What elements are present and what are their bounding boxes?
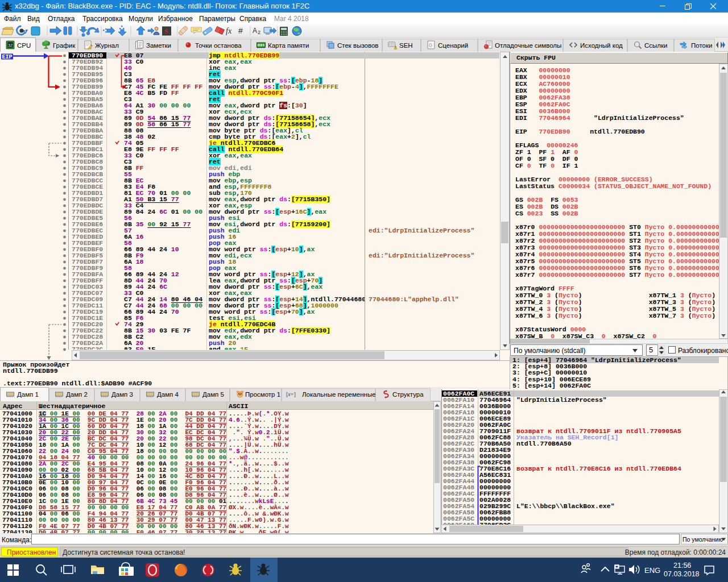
- svg-text:A: A: [253, 27, 257, 35]
- svg-text:〈〉: 〈〉: [429, 43, 432, 48]
- svg-text:#: #: [238, 26, 243, 35]
- svg-text:ENG: ENG: [644, 566, 660, 575]
- svg-text:EIP: EIP: [2, 54, 13, 60]
- svg-text:21:56: 21:56: [673, 562, 691, 569]
- svg-text:32: 32: [8, 43, 13, 47]
- svg-text:S: S: [164, 27, 168, 35]
- svg-text:07.03.2018: 07.03.2018: [664, 570, 700, 578]
- svg-text:2: 2: [258, 30, 260, 35]
- svg-text:fx: fx: [226, 27, 232, 35]
